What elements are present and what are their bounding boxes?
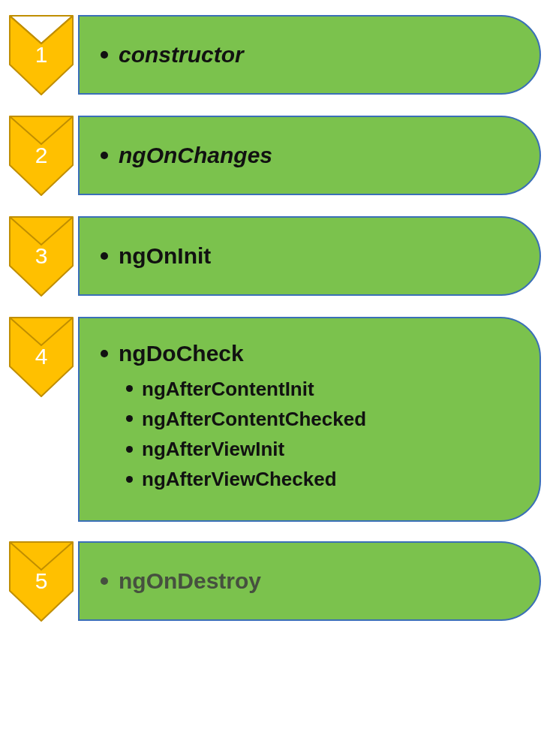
lifecycle-hook: ngDoCheck xyxy=(101,339,517,368)
bullet-icon xyxy=(101,350,108,357)
step-row-1: 1 constructor xyxy=(9,15,541,96)
chevron-icon: 3 xyxy=(9,216,74,297)
bullet-icon xyxy=(126,415,133,422)
step-badge-2: 2 xyxy=(9,116,74,197)
step-badge-1: 1 xyxy=(9,15,74,96)
hook-label: constructor xyxy=(119,41,244,69)
bullet-icon xyxy=(126,385,133,392)
hook-label: ngDoCheck xyxy=(119,339,244,368)
chevron-icon: 1 xyxy=(9,15,74,96)
step-row-5: 5 ngOnDestroy xyxy=(9,541,541,622)
chevron-icon: 5 xyxy=(9,541,74,622)
lifecycle-hook: constructor xyxy=(101,41,517,69)
sub-hook: ngAfterContentInit xyxy=(126,374,517,404)
step-badge-5: 5 xyxy=(9,541,74,622)
hook-label: ngOnDestroy xyxy=(119,567,261,595)
sub-hook: ngAfterViewChecked xyxy=(126,464,517,494)
lifecycle-hook: ngOnDestroy xyxy=(101,567,517,595)
lifecycle-hook: ngOnChanges xyxy=(101,141,517,170)
step-card-3: ngOnInit xyxy=(78,216,541,296)
chevron-icon: 2 xyxy=(9,116,74,197)
step-number: 1 xyxy=(9,42,74,68)
sub-hook-label: ngAfterViewChecked xyxy=(142,464,337,494)
step-badge-3: 3 xyxy=(9,216,74,297)
sub-hooks-list: ngAfterContentInit ngAfterContentChecked… xyxy=(126,374,517,495)
bullet-icon xyxy=(126,476,133,483)
step-number: 2 xyxy=(9,143,74,168)
step-card-4: ngDoCheck ngAfterContentInit ngAfterCont… xyxy=(78,317,541,522)
bullet-icon xyxy=(126,446,133,453)
step-card-2: ngOnChanges xyxy=(78,116,541,195)
step-card-5: ngOnDestroy xyxy=(78,541,541,621)
sub-hook-label: ngAfterContentChecked xyxy=(142,404,366,434)
step-row-2: 2 ngOnChanges xyxy=(9,116,541,197)
step-number: 4 xyxy=(9,344,74,369)
hook-label: ngOnInit xyxy=(119,242,211,270)
bullet-icon xyxy=(101,51,108,59)
step-badge-4: 4 xyxy=(9,317,74,398)
sub-hook: ngAfterViewInit xyxy=(126,434,517,464)
step-row-4: 4 ngDoCheck ngAfterContentInit ngAfterCo… xyxy=(9,317,541,522)
hook-label: ngOnChanges xyxy=(119,141,272,170)
step-number: 3 xyxy=(9,243,74,269)
bullet-icon xyxy=(101,152,108,159)
bullet-icon xyxy=(101,252,108,260)
sub-hook: ngAfterContentChecked xyxy=(126,404,517,434)
sub-hook-label: ngAfterContentInit xyxy=(142,374,314,404)
chevron-icon: 4 xyxy=(9,317,74,398)
lifecycle-hook: ngOnInit xyxy=(101,242,517,270)
step-card-1: constructor xyxy=(78,15,541,95)
bullet-icon xyxy=(101,577,108,585)
sub-hook-label: ngAfterViewInit xyxy=(142,434,284,464)
step-row-3: 3 ngOnInit xyxy=(9,216,541,297)
step-number: 5 xyxy=(9,568,74,594)
